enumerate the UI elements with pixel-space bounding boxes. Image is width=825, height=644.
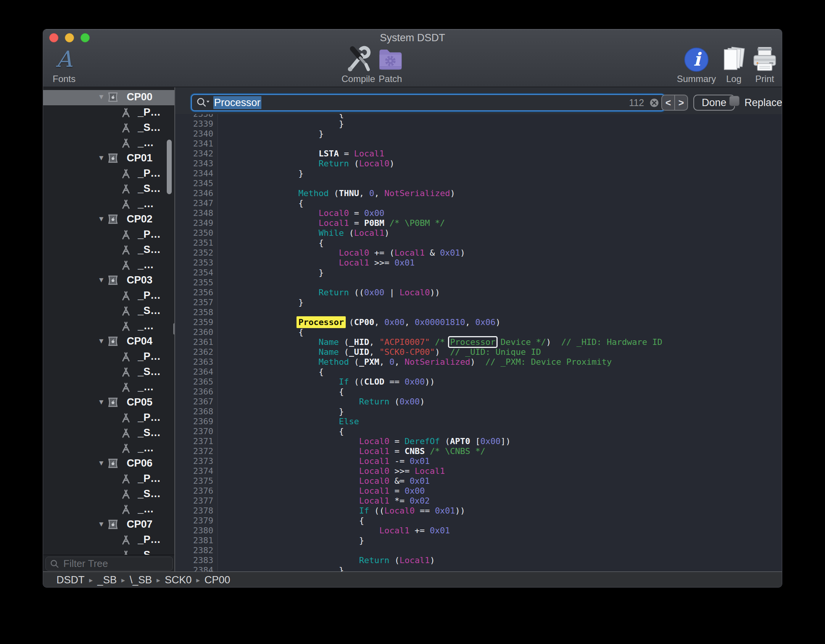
code-line: 2356 Return ((0x00 | Local0)) xyxy=(175,288,782,298)
breadcrumb-item-sck0[interactable]: SCK0 xyxy=(165,574,192,586)
code-line: 2349 Local1 = P0BM /* \P0BM */ xyxy=(175,218,782,228)
tree-child-item[interactable]: _P… xyxy=(43,349,174,365)
method-icon xyxy=(121,321,131,332)
tree-item-label: _… xyxy=(138,198,154,210)
disclosure-triangle-icon[interactable]: ▼ xyxy=(98,93,105,101)
line-number: 2370 xyxy=(175,427,216,436)
tree-item-label: _S… xyxy=(138,549,161,555)
line-number: 2364 xyxy=(175,367,216,377)
code-line: 2376 Local1 = 0x00 xyxy=(175,486,782,496)
breadcrumb-item-_sb[interactable]: _SB xyxy=(97,574,117,586)
sidebar-tree: ▼CP00_P…_S…_…▼CP01_P…_S…_…▼CP02_P…_S…_…▼… xyxy=(43,90,174,555)
tree-item-cp01[interactable]: ▼CP01 xyxy=(43,151,174,166)
disclosure-triangle-icon[interactable]: ▼ xyxy=(98,398,105,406)
code-line: 2351 { xyxy=(175,238,782,248)
tree-item-label: _… xyxy=(138,381,154,393)
tree-child-item[interactable]: _P… xyxy=(43,533,174,548)
line-number: 2366 xyxy=(175,387,216,397)
tree-child-item[interactable]: _… xyxy=(43,197,174,212)
disclosure-triangle-icon[interactable]: ▼ xyxy=(98,337,105,345)
tree-child-item[interactable]: _S… xyxy=(43,304,174,319)
disclosure-triangle-icon[interactable]: ▼ xyxy=(98,520,105,528)
breadcrumb-item-_sb[interactable]: \_SB xyxy=(130,574,152,586)
tree-child-item[interactable]: _… xyxy=(43,502,174,517)
method-icon xyxy=(121,535,131,546)
fonts-button[interactable]: A Fonts xyxy=(43,45,93,86)
method-icon xyxy=(121,306,131,317)
tree-item-cp04[interactable]: ▼CP04 xyxy=(43,334,174,349)
method-icon xyxy=(121,352,131,362)
tree-child-item[interactable]: _S… xyxy=(43,121,174,136)
replace-checkbox[interactable] xyxy=(729,96,740,106)
tree-child-item[interactable]: _… xyxy=(43,380,174,395)
method-icon xyxy=(121,123,131,134)
line-number: 2378 xyxy=(175,506,216,516)
tree-item-cp07[interactable]: ▼CP07 xyxy=(43,517,174,533)
tree-child-item[interactable]: _S… xyxy=(43,487,174,502)
disclosure-triangle-icon[interactable]: ▼ xyxy=(98,459,105,467)
tree-child-item[interactable]: _… xyxy=(43,258,174,273)
previous-match-button[interactable]: < xyxy=(662,95,675,110)
code-line: 2366 { xyxy=(175,387,782,397)
line-number: 2369 xyxy=(175,417,216,427)
print-button[interactable]: Print xyxy=(736,45,782,86)
code-line: 2364 { xyxy=(175,367,782,377)
line-number: 2365 xyxy=(175,377,216,387)
search-menu-icon[interactable] xyxy=(196,97,210,108)
tree-child-item[interactable]: _P… xyxy=(43,105,174,121)
tree-child-item[interactable]: _S… xyxy=(43,548,174,555)
code-line: 2348 Local0 = 0x00 xyxy=(175,208,782,218)
breadcrumb-separator-icon: ▸ xyxy=(89,576,93,584)
breadcrumb-item-cp00[interactable]: CP00 xyxy=(205,574,230,586)
tree-child-item[interactable]: _… xyxy=(43,136,174,151)
tree-item-cp02[interactable]: ▼CP02 xyxy=(43,212,174,227)
search-input[interactable]: Processor 112 xyxy=(191,94,665,111)
done-button[interactable]: Done xyxy=(693,95,735,111)
breadcrumb-separator-icon: ▸ xyxy=(156,576,160,584)
tree-child-item[interactable]: _P… xyxy=(43,411,174,426)
filter-tree-input[interactable]: Filter Tree xyxy=(45,557,173,571)
tree-item-cp05[interactable]: ▼CP05 xyxy=(43,395,174,411)
code-line: 2362 Name (_UID, "SCK0-CP00") // _UID: U… xyxy=(175,347,782,357)
code-line: 2368 } xyxy=(175,407,782,417)
filter-search-icon xyxy=(50,559,60,569)
tree-child-item[interactable]: _P… xyxy=(43,166,174,182)
line-number: 2348 xyxy=(175,208,216,218)
line-number: 2374 xyxy=(175,466,216,476)
tree-child-item[interactable]: _… xyxy=(43,319,174,334)
tree-child-item[interactable]: _S… xyxy=(43,365,174,380)
patch-button[interactable]: Patch xyxy=(362,45,419,86)
tree-child-item[interactable]: _… xyxy=(43,441,174,456)
tree-child-item[interactable]: _S… xyxy=(43,243,174,258)
code-line: 2361 Name (_HID, "ACPI0007" /* Processor… xyxy=(175,337,782,347)
tree-item-label: _P… xyxy=(138,534,161,546)
scope-icon xyxy=(108,459,118,468)
method-icon xyxy=(121,245,131,256)
code-editor[interactable]: 2338 {2339 }2340 }23412342 LSTA = Local1… xyxy=(174,114,782,572)
tree-item-label: CP01 xyxy=(127,152,153,164)
method-icon xyxy=(121,550,131,555)
line-number: 2352 xyxy=(175,248,216,258)
tree-child-item[interactable]: _S… xyxy=(43,182,174,197)
tree-item-label: _… xyxy=(138,137,154,149)
breadcrumb-item-dsdt[interactable]: DSDT xyxy=(56,574,85,586)
tree-item-cp06[interactable]: ▼CP06 xyxy=(43,456,174,472)
clear-search-icon[interactable] xyxy=(649,98,659,108)
search-value: Processor xyxy=(213,96,261,109)
disclosure-triangle-icon[interactable]: ▼ xyxy=(98,276,105,284)
sidebar-scrollbar[interactable] xyxy=(167,140,172,194)
tree-child-item[interactable]: _S… xyxy=(43,426,174,441)
tree-item-cp00[interactable]: ▼CP00 xyxy=(43,90,174,105)
line-number: 2338 xyxy=(175,114,216,119)
tree-item-cp03[interactable]: ▼CP03 xyxy=(43,273,174,288)
code-line: 2340 } xyxy=(175,129,782,139)
tree-child-item[interactable]: _P… xyxy=(43,227,174,243)
disclosure-triangle-icon[interactable]: ▼ xyxy=(98,154,105,162)
tree-child-item[interactable]: _P… xyxy=(43,472,174,487)
breadcrumb: DSDT▸_SB▸\_SB▸SCK0▸CP00 xyxy=(43,572,782,588)
line-number: 2355 xyxy=(175,278,216,288)
disclosure-triangle-icon[interactable]: ▼ xyxy=(98,215,105,223)
tree-child-item[interactable]: _P… xyxy=(43,288,174,304)
tree-item-label: _… xyxy=(138,503,154,515)
next-match-button[interactable]: > xyxy=(675,95,687,110)
